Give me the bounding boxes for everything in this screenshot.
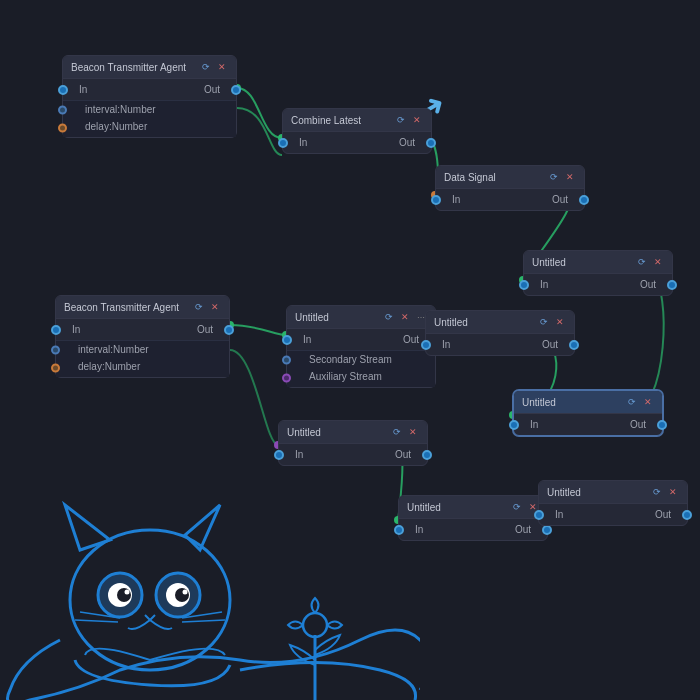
node-untitled5-refresh-icon[interactable]: ⟳ bbox=[391, 426, 403, 438]
node-beacon2-close-icon[interactable]: ✕ bbox=[209, 301, 221, 313]
node-beacon1-title: Beacon Transmitter Agent bbox=[71, 62, 186, 73]
node-untitled2-in-port[interactable] bbox=[282, 335, 292, 345]
node-untitled7-out-port[interactable] bbox=[682, 510, 692, 520]
node-untitled4-refresh-icon[interactable]: ⟳ bbox=[626, 396, 638, 408]
node-combine-in-label: In bbox=[299, 137, 307, 148]
node-beacon2: Beacon Transmitter Agent ⟳ ✕ In Out inte… bbox=[55, 295, 230, 378]
node-untitled7-io-row: In Out bbox=[539, 504, 687, 525]
node-untitled4-out-port[interactable] bbox=[657, 420, 667, 430]
node-untitled3-out-port[interactable] bbox=[569, 340, 579, 350]
node-beacon2-param1-row: interval:Number bbox=[56, 340, 229, 358]
node-datasignal-refresh-icon[interactable]: ⟳ bbox=[548, 171, 560, 183]
node-untitled1: Untitled ⟳ ✕ In Out bbox=[523, 250, 673, 296]
node-beacon2-in-label: In bbox=[72, 324, 80, 335]
node-untitled7-refresh-icon[interactable]: ⟳ bbox=[651, 486, 663, 498]
node-untitled7-in-label: In bbox=[555, 509, 563, 520]
node-untitled1-refresh-icon[interactable]: ⟳ bbox=[636, 256, 648, 268]
node-beacon1-delay-label: delay:Number bbox=[85, 121, 147, 132]
node-untitled1-title: Untitled bbox=[532, 257, 566, 268]
node-untitled1-header: Untitled ⟳ ✕ bbox=[524, 251, 672, 274]
node-beacon1-delay-port[interactable] bbox=[58, 123, 67, 132]
node-untitled1-out-port[interactable] bbox=[667, 280, 677, 290]
node-datasignal-out-label: Out bbox=[552, 194, 568, 205]
node-beacon1-param2-row: delay:Number bbox=[63, 118, 236, 137]
node-untitled3-in-port[interactable] bbox=[421, 340, 431, 350]
node-untitled2-header: Untitled ⟳ ✕ ⋯ bbox=[287, 306, 435, 329]
node-beacon2-in-port[interactable] bbox=[51, 325, 61, 335]
node-untitled2-close-icon[interactable]: ✕ bbox=[399, 311, 411, 323]
svg-point-35 bbox=[303, 613, 327, 637]
node-beacon1-header: Beacon Transmitter Agent ⟳ ✕ bbox=[63, 56, 236, 79]
node-untitled1-in-port[interactable] bbox=[519, 280, 529, 290]
node-combine-out-port[interactable] bbox=[426, 138, 436, 148]
node-untitled1-close-icon[interactable]: ✕ bbox=[652, 256, 664, 268]
node-untitled3-out-label: Out bbox=[542, 339, 558, 350]
svg-point-29 bbox=[183, 590, 188, 595]
node-beacon1-interval-port[interactable] bbox=[58, 105, 67, 114]
node-beacon2-title: Beacon Transmitter Agent bbox=[64, 302, 179, 313]
node-untitled1-in-label: In bbox=[540, 279, 548, 290]
node-untitled4-in-port[interactable] bbox=[509, 420, 519, 430]
node-untitled2-refresh-icon[interactable]: ⟳ bbox=[383, 311, 395, 323]
node-untitled5-title: Untitled bbox=[287, 427, 321, 438]
node-beacon1-out-port[interactable] bbox=[231, 85, 241, 95]
node-combine-refresh-icon[interactable]: ⟳ bbox=[395, 114, 407, 126]
node-beacon1-in-label: In bbox=[79, 84, 87, 95]
node-untitled7-out-label: Out bbox=[655, 509, 671, 520]
node-combine-close-icon[interactable]: ✕ bbox=[411, 114, 423, 126]
svg-line-33 bbox=[182, 620, 225, 622]
node-beacon2-out-label: Out bbox=[197, 324, 213, 335]
node-datasignal-out-port[interactable] bbox=[579, 195, 589, 205]
node-beacon1-refresh-icon[interactable]: ⟳ bbox=[200, 61, 212, 73]
node-untitled4-header: Untitled ⟳ ✕ bbox=[514, 391, 662, 414]
node-beacon1-param1-row: interval:Number bbox=[63, 100, 236, 118]
node-datasignal-in-port[interactable] bbox=[431, 195, 441, 205]
node-untitled6-out-label: Out bbox=[515, 524, 531, 535]
node-beacon1-interval-label: interval:Number bbox=[85, 104, 156, 115]
node-untitled6: Untitled ⟳ ✕ In Out bbox=[398, 495, 548, 541]
node-beacon1-close-icon[interactable]: ✕ bbox=[216, 61, 228, 73]
node-untitled2-secondary-port[interactable] bbox=[282, 355, 291, 364]
node-beacon1-io-row: In Out bbox=[63, 79, 236, 100]
node-untitled2-io-row: In Out bbox=[287, 329, 435, 350]
node-untitled3-header: Untitled ⟳ ✕ bbox=[426, 311, 574, 334]
node-untitled5-out-port[interactable] bbox=[422, 450, 432, 460]
node-untitled6-refresh-icon[interactable]: ⟳ bbox=[511, 501, 523, 513]
node-untitled7-in-port[interactable] bbox=[534, 510, 544, 520]
node-beacon1: Beacon Transmitter Agent ⟳ ✕ In Out inte… bbox=[62, 55, 237, 138]
node-combine-header: Combine Latest ⟳ ✕ bbox=[283, 109, 431, 132]
node-untitled2-out-label: Out bbox=[403, 334, 419, 345]
node-datasignal-close-icon[interactable]: ✕ bbox=[564, 171, 576, 183]
node-combine: Combine Latest ⟳ ✕ In Out bbox=[282, 108, 432, 154]
node-untitled3-close-icon[interactable]: ✕ bbox=[554, 316, 566, 328]
node-untitled7-title: Untitled bbox=[547, 487, 581, 498]
node-beacon2-interval-port[interactable] bbox=[51, 345, 60, 354]
node-untitled6-io-row: In Out bbox=[399, 519, 547, 540]
node-untitled5-close-icon[interactable]: ✕ bbox=[407, 426, 419, 438]
node-untitled4-out-label: Out bbox=[630, 419, 646, 430]
node-combine-title: Combine Latest bbox=[291, 115, 361, 126]
node-beacon2-delay-port[interactable] bbox=[51, 363, 60, 372]
svg-point-25 bbox=[125, 590, 130, 595]
node-beacon2-param2-row: delay:Number bbox=[56, 358, 229, 377]
node-untitled4-in-label: In bbox=[530, 419, 538, 430]
node-untitled2-secondary-label: Secondary Stream bbox=[309, 354, 392, 365]
node-untitled1-out-label: Out bbox=[640, 279, 656, 290]
node-beacon2-refresh-icon[interactable]: ⟳ bbox=[193, 301, 205, 313]
svg-marker-21 bbox=[185, 505, 220, 550]
node-datasignal-header: Data Signal ⟳ ✕ bbox=[436, 166, 584, 189]
node-combine-in-port[interactable] bbox=[278, 138, 288, 148]
node-untitled3-refresh-icon[interactable]: ⟳ bbox=[538, 316, 550, 328]
svg-marker-20 bbox=[65, 505, 110, 550]
node-untitled4-close-icon[interactable]: ✕ bbox=[642, 396, 654, 408]
node-beacon1-in-port[interactable] bbox=[58, 85, 68, 95]
node-beacon2-out-port[interactable] bbox=[224, 325, 234, 335]
node-untitled2: Untitled ⟳ ✕ ⋯ In Out Secondary Stream A… bbox=[286, 305, 436, 388]
node-untitled1-io-row: In Out bbox=[524, 274, 672, 295]
node-untitled2-auxiliary-port[interactable] bbox=[282, 373, 291, 382]
node-beacon2-io-row: In Out bbox=[56, 319, 229, 340]
node-untitled3-title: Untitled bbox=[434, 317, 468, 328]
node-combine-out-label: Out bbox=[399, 137, 415, 148]
node-untitled7-close-icon[interactable]: ✕ bbox=[667, 486, 679, 498]
node-untitled6-out-port[interactable] bbox=[542, 525, 552, 535]
